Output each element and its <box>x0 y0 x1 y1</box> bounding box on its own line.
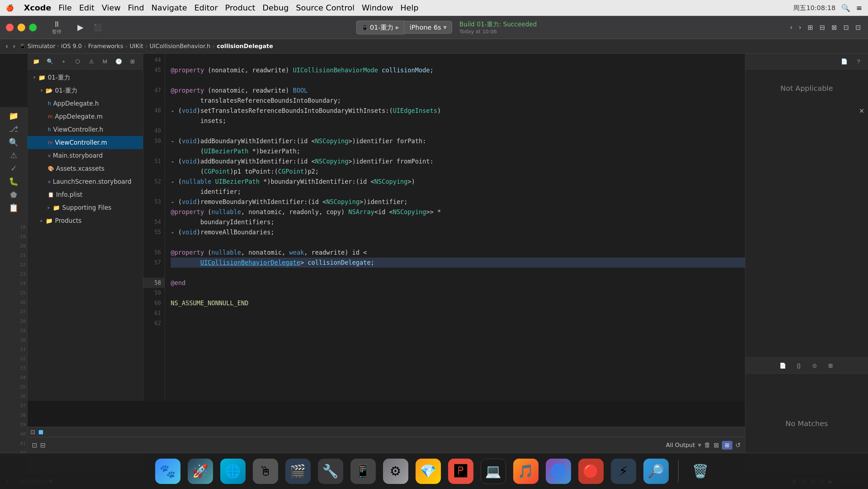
find-button[interactable]: 🔍 <box>3 136 25 149</box>
issues-button[interactable]: ⚠ <box>3 149 25 162</box>
dock-iphone[interactable]: 📱 <box>350 459 376 484</box>
device-selector[interactable]: iPhone 6s ▼ <box>404 21 452 34</box>
minimize-window-button[interactable] <box>17 24 25 31</box>
debug-split-btn[interactable]: ⊠ <box>714 441 719 449</box>
debug-toggle-btn[interactable]: ⊡ <box>32 441 37 449</box>
inspector-circle-btn[interactable]: ⊙ <box>809 361 821 371</box>
inspector-layout-btn[interactable]: ⊞ <box>825 361 837 371</box>
dock-terminal[interactable]: 💻 <box>481 459 506 484</box>
nav-folder-btn[interactable]: 📁 <box>30 56 42 67</box>
breakpoints-button[interactable]: ⬟ <box>3 189 25 201</box>
menubar-source-control[interactable]: Source Control <box>296 3 354 12</box>
stop-button[interactable]: ⬛ <box>91 21 104 34</box>
menubar-edit[interactable]: Edit <box>79 3 95 12</box>
dock-app3[interactable]: ⚡ <box>611 459 636 484</box>
debug-clear-btn[interactable]: ↺ <box>735 441 741 449</box>
nav-sort-btn[interactable]: ⬡ <box>72 56 83 67</box>
show-inspector-button[interactable]: ⊡ <box>854 22 862 33</box>
menubar-view[interactable]: View <box>102 3 120 12</box>
close-window-button[interactable] <box>6 24 14 31</box>
tree-project-folder[interactable]: ▾ 📂 01-重力 <box>27 84 143 97</box>
tree-main-storyboard[interactable]: ⎈ Main.storyboard <box>27 149 143 162</box>
breadcrumb-header-file[interactable]: UICollisionBehavior.h <box>150 43 210 50</box>
debug-console-split-btn[interactable]: ⊞ <box>722 441 732 450</box>
menubar-find[interactable]: Find <box>128 3 144 12</box>
tree-assets-xcassets[interactable]: 🎨 Assets.xcassets <box>27 162 143 175</box>
menubar-navigate[interactable]: Navigate <box>152 3 187 12</box>
editor-layout-1-button[interactable]: ⊞ <box>806 22 814 33</box>
dock-music[interactable]: 🎵 <box>513 459 539 484</box>
dock-mouse[interactable]: 🖱 <box>253 459 278 484</box>
navigator-button[interactable]: 📁 <box>3 110 25 122</box>
tree-supporting-files[interactable]: ▸ 📁 Supporting Files <box>27 201 143 214</box>
dock-app2[interactable]: 🔴 <box>578 459 604 484</box>
tests-button[interactable]: ✓ <box>3 162 25 175</box>
menubar-product[interactable]: Product <box>225 3 255 12</box>
breadcrumb-fwd-button[interactable]: › <box>12 41 17 51</box>
inspector-file-icon-btn[interactable]: 📄 <box>777 361 789 371</box>
menubar-file[interactable]: File <box>59 3 72 12</box>
breadcrumb-back-button[interactable]: ‹ <box>4 41 9 51</box>
debug-navigator-button[interactable]: 🐛 <box>3 175 25 188</box>
menubar-editor[interactable]: Editor <box>194 3 218 12</box>
menubar-help[interactable]: Help <box>400 3 418 12</box>
editor-layout-3-button[interactable]: ⊠ <box>830 22 838 33</box>
hide-navigator-button[interactable]: ⊡ <box>842 22 850 33</box>
editor-layout-2-button[interactable]: ⊟ <box>818 22 826 33</box>
nav-fwd-button[interactable]: › <box>797 22 803 33</box>
tree-products[interactable]: ▸ 📁 Products <box>27 214 143 227</box>
breadcrumb-frameworks[interactable]: Frameworks <box>88 43 123 50</box>
pause-button[interactable]: ⏸ 暂停 <box>44 18 69 37</box>
inspector-close-btn[interactable]: ✕ <box>859 107 864 115</box>
nav-add-btn[interactable]: + <box>58 56 69 67</box>
menubar-search-icon[interactable]: 🔍 <box>841 4 850 12</box>
inspector-quick-help-btn[interactable]: ? <box>853 56 864 67</box>
source-control-button[interactable]: ⎇ <box>3 123 25 135</box>
scheme-selector[interactable]: 📱 01-重力 ▶ <box>356 21 405 34</box>
dock-quicktime[interactable]: 🎬 <box>285 459 311 484</box>
breadcrumb-uikit[interactable]: UIKit <box>129 43 143 50</box>
dock-trash[interactable]: 🗑️ <box>688 459 713 484</box>
menubar-debug[interactable]: Debug <box>263 3 289 12</box>
breadcrumb-simulator[interactable]: 📱 Simulator · iOS 9.0 <box>19 43 82 50</box>
dock-finder[interactable]: 🐾 <box>155 459 180 484</box>
nav-filter-btn[interactable]: 🔍 <box>44 56 56 67</box>
dock-paw[interactable]: 🅿 <box>448 459 473 484</box>
nav-recent-btn[interactable]: 🕐 <box>113 56 124 67</box>
tree-viewcontroller-m[interactable]: m ViewController.m <box>27 136 143 149</box>
dock-tools[interactable]: 🔧 <box>318 459 343 484</box>
code-line-47b: translatesReferenceBoundsIntoBoundary; <box>171 95 745 106</box>
menubar-list-icon[interactable]: ≡ <box>856 4 862 12</box>
dock-app1[interactable]: 🌀 <box>546 459 571 484</box>
tree-viewcontroller-h[interactable]: h ViewController.h <box>27 123 143 136</box>
nav-warning-btn[interactable]: ⚠ <box>85 56 97 67</box>
inspector-file-btn[interactable]: 📄 <box>838 56 850 67</box>
nav-scope-btn[interactable]: ⊞ <box>127 56 138 67</box>
code-line-48: - ( void )setTranslatesReferenceBoundsIn… <box>171 106 745 116</box>
cursor-indicator <box>39 430 43 434</box>
dock-safari[interactable]: 🌐 <box>220 459 246 484</box>
menubar-window[interactable]: Window <box>362 3 393 12</box>
breadcrumb-method[interactable]: collisionDelegate <box>217 43 273 50</box>
maximize-window-button[interactable] <box>29 24 37 31</box>
debug-trash-btn[interactable]: 🗑 <box>704 441 711 449</box>
nav-vcs-btn[interactable]: M <box>99 56 111 67</box>
tree-info-plist[interactable]: 📋 Info.plist <box>27 188 143 201</box>
code-line-blank4 <box>171 268 745 278</box>
debug-step-btn[interactable]: ⊟ <box>40 441 46 449</box>
tree-appdelegate-h[interactable]: h AppDelegate.h <box>27 97 143 110</box>
dock-sketch[interactable]: 💎 <box>416 459 441 484</box>
jump-bar-button[interactable]: ⊡ <box>30 429 35 435</box>
dock-launchpad[interactable]: 🚀 <box>188 459 213 484</box>
dock-spotlight[interactable]: 🔎 <box>643 459 669 484</box>
apple-menu-icon[interactable]: 🍎 <box>6 4 14 12</box>
run-button[interactable]: ▶ <box>74 21 87 34</box>
inspector-braces-btn[interactable]: {} <box>793 361 805 371</box>
nav-back-button[interactable]: ‹ <box>789 22 794 33</box>
dock-prefs[interactable]: ⚙️ <box>383 459 408 484</box>
menubar-xcode[interactable]: Xcode <box>24 3 51 12</box>
report-button[interactable]: 📋 <box>3 202 25 214</box>
tree-launch-storyboard[interactable]: ⎈ LaunchScreen.storyboard <box>27 175 143 188</box>
tree-root[interactable]: ▾ 📁 01-重力 <box>27 71 143 84</box>
tree-appdelegate-m[interactable]: m AppDelegate.m <box>27 110 143 123</box>
